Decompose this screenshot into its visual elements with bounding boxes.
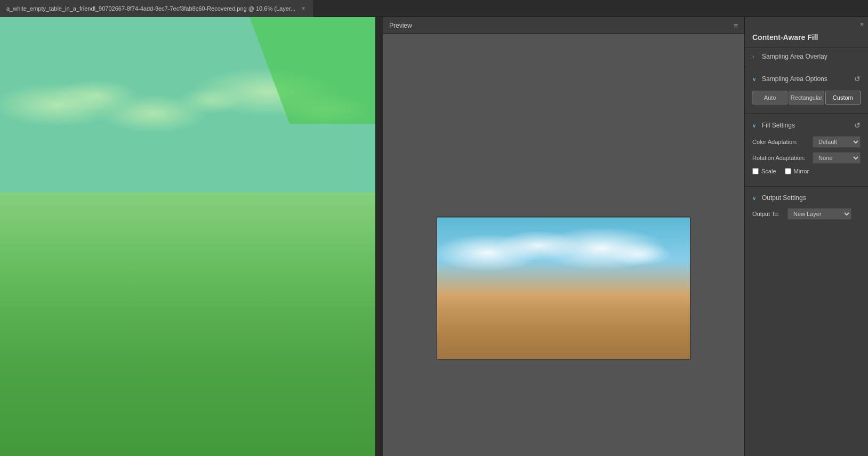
fill-settings-chevron: ∨	[752, 123, 759, 129]
scale-checkbox[interactable]	[752, 168, 759, 174]
double-chevron-icon: »	[860, 20, 864, 28]
output-settings-content: Output To: New Layer Current Layer Dupli…	[745, 206, 868, 229]
selection-overlay	[250, 17, 383, 124]
preview-desert-bg	[437, 217, 690, 359]
sampling-options-title: Sampling Area Options	[762, 75, 851, 83]
fill-settings-section-header[interactable]: ∨ Fill Settings ↺	[745, 116, 868, 134]
color-adaptation-label: Color Adaptation:	[752, 139, 809, 145]
canvas-scrollbar[interactable]	[375, 17, 383, 456]
tab-bar: a_white_empty_table_in_a_friendl_9070266…	[0, 0, 868, 17]
preview-content	[383, 34, 744, 456]
tab-filename: a_white_empty_table_in_a_friendl_9070266…	[6, 5, 295, 12]
sampling-options-chevron: ∨	[752, 76, 759, 82]
tab-close-button[interactable]: ×	[300, 5, 307, 12]
divider-2	[745, 113, 868, 114]
sampling-options-content: Auto Rectangular Custom	[745, 87, 868, 111]
scale-label: Scale	[761, 168, 776, 174]
color-adaptation-row: Color Adaptation: Default None High Very…	[752, 136, 861, 148]
sampling-buttons-group: Auto Rectangular Custom	[752, 91, 861, 105]
mirror-checkbox-item[interactable]: Mirror	[785, 168, 809, 174]
preview-header: Preview ≡	[383, 17, 744, 34]
active-tab[interactable]: a_white_empty_table_in_a_friendl_9070266…	[0, 0, 314, 17]
panel-title: Content-Aware Fill	[745, 28, 868, 47]
mirror-checkbox[interactable]	[785, 168, 791, 174]
fill-settings-reset-icon[interactable]: ↺	[854, 121, 861, 130]
sampling-overlay-section-header[interactable]: › Sampling Area Overlay	[745, 47, 868, 65]
rotation-adaptation-label: Rotation Adaptation:	[752, 155, 809, 161]
sampling-options-section-header[interactable]: ∨ Sampling Area Options ↺	[745, 69, 868, 87]
preview-menu-icon[interactable]: ≡	[734, 21, 738, 30]
color-adaptation-select[interactable]: Default None High Very High	[813, 136, 861, 148]
sampling-options-reset-icon[interactable]: ↺	[854, 75, 861, 83]
output-settings-section-header[interactable]: ∨ Output Settings	[745, 189, 868, 206]
rotation-adaptation-row: Rotation Adaptation: None Low Medium Hig…	[752, 152, 861, 164]
divider-3	[745, 186, 868, 187]
rotation-adaptation-select[interactable]: None Low Medium High Full	[813, 152, 861, 164]
sampling-overlay-chevron: ›	[752, 54, 759, 60]
canvas-image	[0, 17, 383, 456]
sampling-btn-rectangular[interactable]: Rectangular	[789, 91, 824, 105]
sampling-overlay-title: Sampling Area Overlay	[762, 53, 861, 60]
output-settings-title: Output Settings	[762, 194, 861, 202]
preview-panel: Preview ≡	[383, 17, 744, 456]
sampling-btn-auto[interactable]: Auto	[752, 91, 787, 105]
preview-image	[437, 217, 690, 359]
divider-1	[745, 67, 868, 67]
mirror-label: Mirror	[794, 168, 809, 174]
fill-settings-content: Color Adaptation: Default None High Very…	[745, 134, 868, 184]
checkbox-row: Scale Mirror	[752, 168, 861, 174]
fill-settings-title: Fill Settings	[762, 122, 851, 129]
canvas-area[interactable]	[0, 17, 383, 456]
output-to-select[interactable]: New Layer Current Layer Duplicate Layer	[787, 208, 851, 220]
sampling-btn-custom[interactable]: Custom	[825, 91, 861, 105]
preview-title: Preview	[389, 22, 412, 29]
right-panel: » Content-Aware Fill › Sampling Area Ove…	[744, 17, 868, 456]
output-settings-chevron: ∨	[752, 195, 759, 201]
main-area: Preview ≡ » Content-Aware Fill › Samplin…	[0, 17, 868, 456]
output-to-label: Output To:	[752, 211, 784, 217]
scale-checkbox-item[interactable]: Scale	[752, 168, 776, 174]
output-to-row: Output To: New Layer Current Layer Dupli…	[752, 208, 861, 220]
